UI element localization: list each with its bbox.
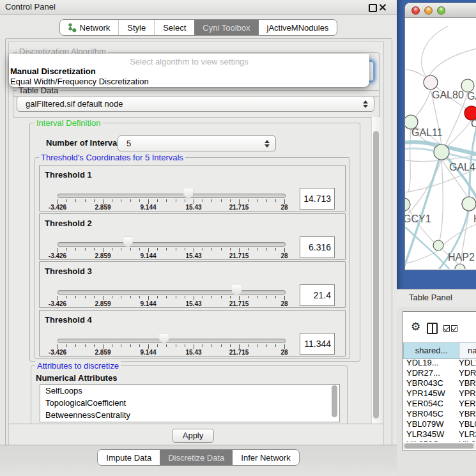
checkbox-icon[interactable] — [443, 325, 450, 332]
slider-track[interactable] — [58, 290, 286, 295]
slider-tick-label: 2.859 — [89, 349, 117, 356]
network-node[interactable] — [455, 264, 465, 269]
slider-tick-label: 15.43 — [180, 204, 208, 211]
slider-tick — [121, 296, 121, 298]
numerical-attributes-list[interactable]: SelfLoopsTopologicalCoefficientBetweenne… — [40, 384, 340, 422]
network-window-titlebar[interactable] — [405, 3, 476, 18]
bottom-tab-strip: Impute DataDiscretize DataInfer Network — [0, 445, 397, 476]
tab-jactivemnodules[interactable]: jActiveMNodules — [259, 20, 337, 35]
slider-tick — [239, 199, 240, 204]
table-row[interactable]: YIL052CYIL0 — [403, 440, 476, 442]
table-header-shared[interactable]: shared... — [403, 342, 459, 359]
slider-thumb[interactable] — [183, 188, 193, 200]
slider-tick — [130, 344, 131, 347]
slider-tick — [103, 296, 104, 300]
minimize-traffic-light-icon[interactable] — [424, 6, 433, 15]
slider-tick — [112, 344, 112, 347]
table-cell-shared-name: YBR043C — [406, 378, 443, 388]
network-node[interactable] — [434, 144, 449, 160]
slider-thumb[interactable] — [159, 334, 169, 345]
table-cell-shared-name: YBR045C — [406, 409, 443, 419]
table-row[interactable]: YBL079WYBL0 — [403, 419, 476, 429]
table-row[interactable]: YBR043CYBR0 — [403, 378, 476, 388]
num-intervals-combobox[interactable]: 5 — [118, 135, 276, 151]
network-node-label: GA — [467, 91, 476, 102]
bottom-tab-discretize-data[interactable]: Discretize Data — [160, 450, 233, 465]
network-node[interactable] — [405, 198, 410, 211]
slider-tick — [112, 296, 112, 298]
tab-cyni-toolbox[interactable]: Cyni Toolbox — [194, 20, 258, 35]
checkbox-icon[interactable] — [451, 325, 457, 332]
slider-tick-label: 9.144 — [134, 204, 162, 211]
table-row[interactable]: YER054CYER0 — [403, 399, 476, 409]
table-row[interactable]: YLR345WYLR3 — [403, 429, 476, 440]
network-canvas[interactable]: GAL80GACGAL11GAL4GCY1HHAP2 — [405, 19, 476, 269]
table-data-combobox[interactable]: galFiltered.sif default node — [17, 96, 374, 112]
table-row[interactable]: YDR27...YDR2 — [403, 368, 476, 378]
slider-track[interactable] — [58, 242, 286, 247]
threshold-value-field[interactable]: 11.344 — [300, 333, 335, 355]
combo-arrows-icon — [265, 140, 270, 148]
column-layout-icon[interactable] — [427, 323, 438, 334]
table-row[interactable]: YPR145WYPR1 — [403, 388, 476, 399]
slider-track[interactable] — [58, 339, 286, 343]
gear-icon[interactable]: ⚙ — [411, 321, 420, 332]
slider-tick — [139, 248, 140, 250]
slider-tick — [257, 199, 257, 202]
network-node-label: HAP2 — [448, 252, 475, 263]
slider-tick — [257, 248, 257, 250]
control-panel-titlebar — [0, 0, 397, 15]
slider-tick — [66, 248, 67, 250]
slider-tick — [176, 296, 176, 298]
network-node[interactable] — [462, 197, 476, 211]
attribute-list-item[interactable]: SelfLoops — [40, 385, 339, 397]
slider-tick — [194, 248, 194, 252]
network-node-label: GAL80 — [432, 89, 464, 100]
close-icon[interactable] — [379, 3, 387, 12]
table-cell-shared-name: YBL079W — [406, 419, 444, 429]
tab-network[interactable]: Network — [60, 20, 119, 35]
table-hscrollbar-thumb[interactable] — [404, 443, 473, 449]
attribute-list-item[interactable]: BetweennessCentrality — [40, 409, 339, 421]
bottom-tab-impute-data[interactable]: Impute Data — [98, 450, 160, 465]
slider-thumb[interactable] — [123, 237, 133, 249]
attribute-list-item[interactable]: TopologicalCoefficient — [40, 397, 339, 409]
tab-style[interactable]: Style — [118, 20, 154, 35]
popup-item-1[interactable]: Manual Discretization — [10, 66, 96, 77]
threshold-value-field[interactable]: 21.4 — [300, 284, 335, 306]
tab-label: Infer Network — [241, 453, 290, 463]
slider-tick — [185, 199, 185, 202]
slider-tick — [266, 248, 267, 250]
slider-track[interactable] — [58, 194, 286, 198]
table-header-name[interactable]: na — [459, 342, 476, 359]
threshold-value-field[interactable]: 14.713 — [300, 188, 335, 210]
network-node[interactable] — [433, 240, 443, 250]
slider-tick — [103, 248, 104, 252]
slider-tick-label: 28 — [270, 349, 298, 356]
tab-select[interactable]: Select — [154, 20, 194, 35]
panel-scrollbar-thumb[interactable] — [373, 131, 379, 418]
control-panel-title: Control Panel — [5, 2, 56, 12]
close-traffic-light-icon[interactable] — [411, 6, 420, 15]
slider-tick — [284, 248, 285, 252]
table-cell-shared-name: YLR345W — [406, 429, 444, 440]
slider-tick — [148, 296, 149, 300]
network-node[interactable] — [424, 75, 438, 89]
attributes-list-scrollbar[interactable] — [332, 385, 337, 417]
slider-thumb[interactable] — [232, 285, 242, 296]
slider-tick — [248, 248, 249, 250]
slider-tick — [94, 199, 95, 202]
bottom-tab-infer-network[interactable]: Infer Network — [233, 450, 298, 465]
zoom-traffic-light-icon[interactable] — [437, 6, 445, 15]
table-row[interactable]: YBR045CYBR0 — [403, 409, 476, 419]
float-window-icon[interactable] — [369, 4, 377, 12]
apply-button[interactable]: Apply — [172, 429, 214, 443]
slider-tick — [257, 296, 257, 298]
popup-item-2[interactable]: Equal Width/Frequency Discretization — [10, 77, 149, 87]
slider-tick — [66, 199, 67, 202]
slider-tick — [194, 199, 194, 204]
screenshot-root: Control Panel NetworkStyleSelectCyni Too… — [0, 0, 476, 476]
threshold-value-field[interactable]: 6.316 — [300, 236, 335, 258]
table-row[interactable]: YDL19...YDL1 — [403, 358, 476, 368]
slider-tick — [85, 199, 86, 202]
